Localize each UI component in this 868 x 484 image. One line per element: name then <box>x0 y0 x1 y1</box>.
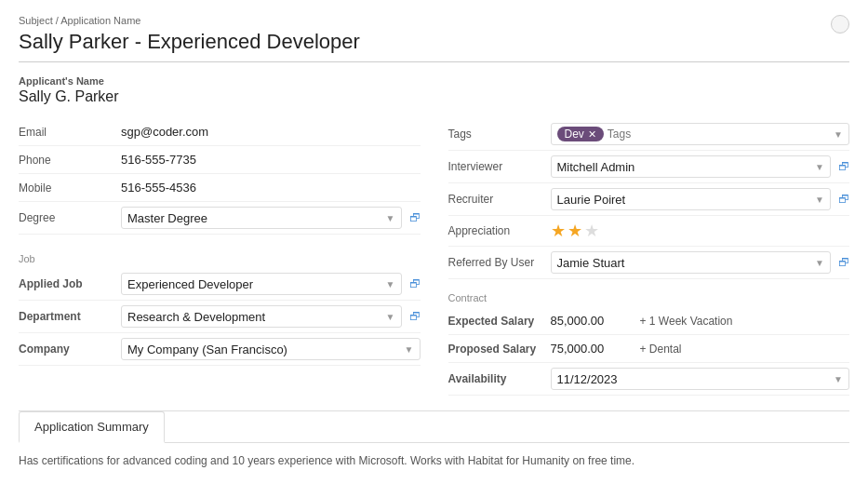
department-external-link-icon[interactable]: 🗗 <box>409 310 421 323</box>
referred-by-dropdown-icon: ▼ <box>815 258 824 268</box>
interviewer-select[interactable]: Mitchell Admin ▼ <box>551 155 832 178</box>
tag-dev-close-icon[interactable]: ✕ <box>588 128 596 141</box>
tabs-bar: Application Summary <box>19 411 849 443</box>
availability-label: Availability <box>448 372 551 385</box>
degree-row: Degree Master Degree ▼ 🗗 <box>19 202 421 235</box>
referred-by-field: Jamie Stuart ▼ 🗗 <box>551 251 850 274</box>
email-row: Email sgp@coder.com <box>19 118 421 146</box>
applied-job-value: Experienced Developer <box>127 277 253 291</box>
degree-select[interactable]: Master Degree ▼ <box>121 207 402 229</box>
appreciation-label: Appreciation <box>448 224 551 237</box>
breadcrumb: Subject / Application Name <box>19 15 849 26</box>
tags-label: Tags <box>448 128 551 141</box>
interviewer-row: Interviewer Mitchell Admin ▼ 🗗 <box>448 151 850 183</box>
recruiter-select[interactable]: Laurie Poiret ▼ <box>551 188 832 210</box>
interviewer-value: Mitchell Admin <box>557 160 635 174</box>
phone-row: Phone 516-555-7735 <box>19 146 421 174</box>
mobile-label: Mobile <box>19 182 121 195</box>
degree-dropdown-icon: ▼ <box>386 213 395 223</box>
applied-job-label: Applied Job <box>19 277 121 290</box>
company-row: Company My Company (San Francisco) ▼ <box>19 333 421 366</box>
expected-salary-label: Expected Salary <box>448 315 551 328</box>
summary-text: Has certifications for advanced coding a… <box>19 454 634 467</box>
availability-value: 11/12/2023 <box>557 372 618 386</box>
referred-by-external-link-icon[interactable]: 🗗 <box>838 256 849 269</box>
email-value: sgp@coder.com <box>121 125 421 139</box>
company-dropdown-icon: ▼ <box>405 344 414 355</box>
availability-dropdown-icon: ▼ <box>834 374 843 384</box>
company-select[interactable]: My Company (San Francisco) ▼ <box>121 338 421 360</box>
proposed-salary-field: 75,000.00 + Dental <box>551 342 850 356</box>
referred-by-select[interactable]: Jamie Stuart ▼ <box>551 251 832 274</box>
phone-value: 516-555-7735 <box>121 153 421 167</box>
tags-dropdown-icon: ▼ <box>834 129 843 140</box>
recruiter-value: Laurie Poiret <box>557 193 626 207</box>
tags-input[interactable] <box>608 128 830 141</box>
department-select[interactable]: Research & Development ▼ <box>121 305 402 328</box>
recruiter-dropdown-icon: ▼ <box>815 195 824 205</box>
recruiter-label: Recruiter <box>448 193 551 206</box>
applied-job-dropdown-icon: ▼ <box>386 279 395 289</box>
recruiter-row: Recruiter Laurie Poiret ▼ 🗗 <box>448 183 850 216</box>
tab-content-summary: Has certifications for advanced coding a… <box>19 443 849 478</box>
mobile-row: Mobile 516-555-4536 <box>19 174 421 202</box>
referred-by-row: Referred By User Jamie Stuart ▼ 🗗 <box>448 247 850 279</box>
email-label: Email <box>19 126 121 139</box>
recruiter-external-link-icon[interactable]: 🗗 <box>838 193 849 206</box>
interviewer-external-link-icon[interactable]: 🗗 <box>838 160 849 173</box>
tag-dev-text: Dev <box>565 128 584 141</box>
star-1[interactable]: ★ <box>551 221 566 241</box>
appreciation-row: Appreciation ★ ★ ★ <box>448 216 850 247</box>
referred-by-value: Jamie Stuart <box>557 256 625 270</box>
tab-application-summary[interactable]: Application Summary <box>19 411 165 443</box>
contract-section-header: Contract <box>448 283 850 307</box>
proposed-salary-extra: + Dental <box>640 343 682 356</box>
right-fields-section: Tags Dev ✕ ▼ Interviewer Mitchell Admin … <box>448 118 850 396</box>
applicant-name-value: Sally G. Parker <box>19 88 849 105</box>
department-value: Research & Development <box>127 310 265 324</box>
recruiter-field: Laurie Poiret ▼ 🗗 <box>551 188 850 210</box>
expected-salary-value: 85,000.00 <box>551 314 625 328</box>
proposed-salary-row: Proposed Salary 75,000.00 + Dental <box>448 335 850 363</box>
stars-container[interactable]: ★ ★ ★ <box>551 221 599 241</box>
phone-label: Phone <box>19 154 121 167</box>
page-title: Sally Parker - Experienced Developer <box>19 30 849 62</box>
expected-salary-row: Expected Salary 85,000.00 + 1 Week Vacat… <box>448 307 850 335</box>
applied-job-external-link-icon[interactable]: 🗗 <box>409 277 421 290</box>
top-right-button[interactable] <box>831 15 849 34</box>
referred-by-label: Referred By User <box>448 256 551 269</box>
degree-label: Degree <box>19 211 121 224</box>
job-section-header: Job <box>19 244 421 268</box>
tags-container[interactable]: Dev ✕ ▼ <box>551 123 850 145</box>
expected-salary-extra: + 1 Week Vacation <box>640 315 733 328</box>
interviewer-field: Mitchell Admin ▼ 🗗 <box>551 155 850 178</box>
company-label: Company <box>19 343 121 356</box>
tag-dev: Dev ✕ <box>557 127 604 141</box>
star-3[interactable]: ★ <box>584 221 599 241</box>
department-field: Research & Development ▼ 🗗 <box>121 305 421 328</box>
interviewer-label: Interviewer <box>448 160 551 173</box>
expected-salary-field: 85,000.00 + 1 Week Vacation <box>551 314 850 328</box>
applied-job-row: Applied Job Experienced Developer ▼ 🗗 <box>19 268 421 301</box>
proposed-salary-label: Proposed Salary <box>448 343 551 356</box>
department-label: Department <box>19 310 121 323</box>
star-2[interactable]: ★ <box>568 221 582 241</box>
tabs-section: Application Summary Has certifications f… <box>19 410 849 478</box>
interviewer-dropdown-icon: ▼ <box>815 162 824 172</box>
degree-field: Master Degree ▼ 🗗 <box>121 207 421 229</box>
left-fields-section: Email sgp@coder.com Phone 516-555-7735 M… <box>19 118 421 396</box>
degree-external-link-icon[interactable]: 🗗 <box>409 211 421 224</box>
tags-row: Tags Dev ✕ ▼ <box>448 118 850 151</box>
appreciation-field: ★ ★ ★ <box>551 221 850 241</box>
applicant-name-label: Applicant's Name <box>19 75 849 87</box>
applied-job-select[interactable]: Experienced Developer ▼ <box>121 273 402 295</box>
mobile-value: 516-555-4536 <box>121 181 421 195</box>
degree-select-value: Master Degree <box>127 211 207 225</box>
department-dropdown-icon: ▼ <box>386 312 395 322</box>
proposed-salary-value: 75,000.00 <box>551 342 625 356</box>
availability-field: 11/12/2023 ▼ <box>551 368 850 390</box>
tags-field: Dev ✕ ▼ <box>551 123 850 145</box>
applied-job-field: Experienced Developer ▼ 🗗 <box>121 273 421 295</box>
availability-select[interactable]: 11/12/2023 ▼ <box>551 368 850 390</box>
availability-row: Availability 11/12/2023 ▼ <box>448 363 850 396</box>
